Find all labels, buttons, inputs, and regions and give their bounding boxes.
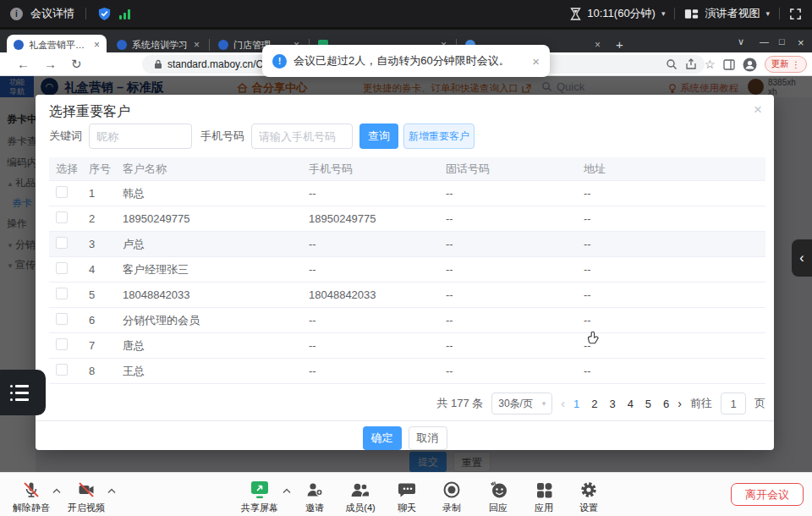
cell-name: 韩总: [123, 186, 309, 201]
side-panel-toggle[interactable]: ‹: [792, 239, 812, 277]
page-size-value: 30条/页: [498, 397, 533, 411]
mouse-cursor: [587, 331, 600, 344]
goto-label: 前往: [690, 396, 712, 411]
hourglass-icon: [570, 8, 581, 20]
window-minimize-icon[interactable]: —: [760, 36, 769, 47]
table-row[interactable]: 7 唐总 -- -- --: [49, 333, 765, 359]
dialog-close-icon[interactable]: ×: [754, 102, 762, 118]
page-number-3[interactable]: 3: [609, 398, 615, 410]
row-checkbox[interactable]: [56, 211, 68, 223]
window-menu-icon[interactable]: ∨: [738, 36, 744, 47]
page-size-select[interactable]: 30条/页 ▾: [491, 392, 552, 414]
page-number-5[interactable]: 5: [645, 398, 651, 410]
site-favicon: [218, 40, 228, 50]
divider: [779, 8, 780, 19]
gear-icon: [579, 480, 598, 499]
table-row[interactable]: 6 分销代理的会员 -- -- --: [49, 308, 765, 333]
keyword-input[interactable]: [89, 124, 192, 149]
phone-label: 手机号码: [200, 129, 244, 144]
share-icon[interactable]: [685, 58, 697, 70]
window-maximize-icon[interactable]: □: [779, 36, 785, 47]
dialog-search-bar: 关键词 手机号码 查询 新增重要客户: [49, 124, 760, 149]
goto-page-input[interactable]: [721, 392, 746, 414]
reload-icon[interactable]: ↻: [71, 57, 82, 72]
cell-name: 分销代理的会员: [123, 313, 309, 328]
list-icon: [10, 398, 46, 401]
side-panel-icon[interactable]: [723, 59, 735, 70]
table-row[interactable]: 5 18048842033 18048842033 -- --: [49, 283, 765, 308]
forward-icon[interactable]: →: [44, 57, 57, 71]
chevron-down-icon: ▾: [542, 399, 546, 408]
cell-index: 8: [89, 365, 123, 377]
row-checkbox[interactable]: [56, 237, 68, 249]
back-icon[interactable]: ←: [17, 57, 30, 71]
fullscreen-icon[interactable]: [789, 8, 802, 20]
mic-muted-icon: [22, 480, 41, 499]
col-phone: 手机号码: [309, 162, 446, 177]
query-button[interactable]: 查询: [359, 124, 398, 149]
video-options-caret-icon[interactable]: [107, 488, 116, 494]
view-mode-label[interactable]: 演讲者视图: [705, 6, 760, 21]
list-icon: [10, 385, 46, 387]
cell-tel: --: [446, 365, 584, 377]
reaction-smiley-icon: [489, 480, 508, 499]
network-signal-icon[interactable]: [119, 8, 132, 19]
table-row[interactable]: 1 韩总 -- -- --: [49, 181, 765, 206]
confirm-button[interactable]: 确定: [363, 426, 402, 450]
security-shield-icon[interactable]: [97, 7, 112, 21]
cancel-button[interactable]: 取消: [409, 426, 447, 450]
cell-tel: --: [446, 339, 584, 352]
profile-icon[interactable]: [743, 58, 757, 72]
leave-meeting-button[interactable]: 离开会议: [731, 483, 804, 506]
table-header: 选择 序号 客户名称 手机号码 固话号码 地址: [49, 157, 765, 181]
cell-name: 18950249775: [123, 212, 309, 225]
invite-person-icon: [305, 480, 324, 499]
page-number-1[interactable]: 1: [573, 398, 579, 410]
page-number-4[interactable]: 4: [628, 398, 634, 410]
toast-close-icon[interactable]: ×: [532, 54, 540, 69]
lock-icon: [154, 59, 162, 69]
cell-tel: --: [446, 212, 584, 225]
row-checkbox[interactable]: [56, 186, 68, 198]
row-checkbox[interactable]: [56, 338, 68, 350]
bookmark-star-icon[interactable]: ☆: [705, 58, 716, 71]
table-row[interactable]: 2 18950249775 18950249775 -- --: [49, 206, 765, 232]
start-video-button[interactable]: 开启视频: [59, 477, 113, 514]
tab-label: 系统培训学习: [132, 39, 189, 52]
tab-close-icon[interactable]: ×: [595, 39, 601, 51]
floating-menu-button[interactable]: [0, 370, 46, 415]
cell-tel: --: [446, 238, 584, 250]
share-screen-button[interactable]: 共享屏幕: [233, 477, 287, 514]
view-dropdown-icon[interactable]: ▾: [765, 9, 770, 18]
unmute-button[interactable]: 解除静音: [4, 477, 58, 514]
cell-phone: --: [309, 263, 446, 276]
phone-input[interactable]: [251, 124, 353, 149]
timer-dropdown-icon[interactable]: ▾: [661, 9, 666, 18]
meeting-info-icon[interactable]: i: [10, 8, 23, 20]
new-tab-button[interactable]: +: [616, 37, 623, 52]
settings-button[interactable]: 设置: [562, 477, 616, 514]
table-row[interactable]: 3 卢总 -- -- --: [49, 232, 765, 257]
table-row[interactable]: 8 王总 -- -- --: [49, 359, 765, 384]
add-customer-button[interactable]: 新增重要客户: [403, 124, 475, 149]
browser-update-button[interactable]: 更新 ⋮: [765, 56, 808, 73]
page-number-2[interactable]: 2: [591, 398, 597, 410]
tab-close-icon[interactable]: ×: [94, 39, 100, 51]
row-checkbox[interactable]: [56, 262, 68, 274]
window-close-icon[interactable]: ×: [798, 36, 804, 49]
next-page-icon[interactable]: ›: [678, 397, 682, 410]
row-checkbox[interactable]: [56, 288, 68, 299]
cell-tel: --: [446, 314, 584, 327]
cell-address: --: [584, 365, 765, 377]
cell-index: 6: [89, 314, 123, 327]
tab-close-icon[interactable]: ×: [194, 39, 200, 51]
prev-page-icon[interactable]: ‹: [561, 397, 565, 410]
table-row[interactable]: 4 客户经理张三 -- -- --: [49, 257, 765, 283]
page-number-6[interactable]: 6: [663, 398, 669, 410]
cell-name: 王总: [123, 364, 309, 379]
row-checkbox[interactable]: [56, 364, 68, 376]
chat-icon: [398, 481, 416, 499]
row-checkbox[interactable]: [56, 313, 68, 325]
list-icon: [10, 392, 46, 394]
search-icon[interactable]: [666, 58, 678, 70]
